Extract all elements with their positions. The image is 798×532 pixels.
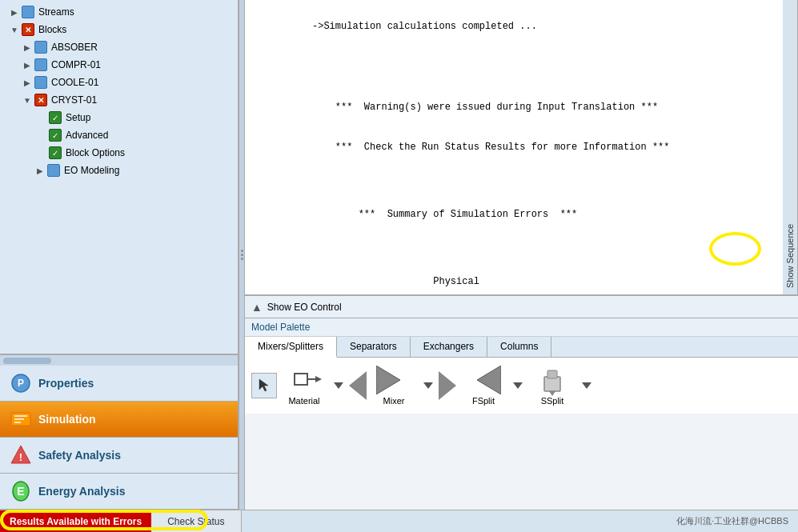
advanced-check: ✓ xyxy=(49,129,62,142)
streams-label: Streams xyxy=(38,6,74,18)
status-error-button[interactable]: Results Available with Errors xyxy=(0,510,151,532)
fsplit-label: FSplit xyxy=(472,396,495,406)
palette-item-ssplit[interactable]: SSplit xyxy=(528,362,576,409)
coole01-label: COOLE-01 xyxy=(51,77,98,88)
tree-item-compr01[interactable]: ▶ COMPR-01 xyxy=(3,56,235,74)
palette-select-tool[interactable] xyxy=(251,373,277,398)
content-area: ▶ Streams ▼ ✕ Blocks xyxy=(0,0,798,510)
right-panel: ->Simulation calculations completed ... … xyxy=(245,0,798,510)
tree-arrow-cryst01[interactable]: ▼ xyxy=(22,95,32,105)
svg-marker-15 xyxy=(376,366,400,394)
palette-tab-exchangers-label: Exchangers xyxy=(423,341,474,352)
tree-item-coole01[interactable]: ▶ COOLE-01 xyxy=(3,74,235,91)
fsplit-group xyxy=(439,371,456,400)
compr01-label: COMPR-01 xyxy=(51,59,101,70)
material-dropdown[interactable] xyxy=(331,371,346,400)
mixer-icon xyxy=(376,366,411,394)
mixer-dropdown[interactable] xyxy=(421,371,435,400)
eo-modeling-icon xyxy=(46,163,61,178)
eo-bar-label: Show EO Control xyxy=(267,302,342,313)
tree-item-blocks[interactable]: ▼ ✕ Blocks xyxy=(3,21,235,38)
material-label: Material xyxy=(288,396,319,406)
coole01-icon xyxy=(34,75,48,90)
tree-item-setup[interactable]: ✓ Setup xyxy=(3,109,235,126)
mixer-group xyxy=(349,371,367,400)
console-text[interactable]: ->Simulation calculations completed ... … xyxy=(245,0,783,294)
svg-rect-19 xyxy=(544,377,560,391)
svg-marker-10 xyxy=(259,379,268,391)
svg-marker-22 xyxy=(582,382,591,389)
fsplit-block-icon xyxy=(466,366,501,394)
safety-nav-icon: ! xyxy=(10,444,32,466)
fsplit-dropdown[interactable] xyxy=(511,371,525,400)
eo-control-bar[interactable]: ▲ Show EO Control xyxy=(245,296,798,318)
absober-label: ABSOBER xyxy=(51,42,98,53)
splitter-dots xyxy=(241,250,243,260)
nav-button-safety[interactable]: ! Safety Analysis xyxy=(0,438,238,474)
palette-content: Material xyxy=(245,358,798,414)
palette-tab-mixers-label: Mixers/Splitters xyxy=(258,341,323,352)
mixer-left-triangle xyxy=(349,371,367,400)
palette-item-fsplit[interactable]: FSplit xyxy=(459,362,507,409)
tree-item-advanced[interactable]: ✓ Advanced xyxy=(3,126,235,144)
palette-tabs: Mixers/Splitters Separators Exchangers C… xyxy=(245,337,798,358)
console-line8: Physical xyxy=(312,276,479,287)
left-panel: ▶ Streams ▼ ✕ Blocks xyxy=(0,0,239,510)
tree-scrollbar-x[interactable] xyxy=(0,354,238,366)
nav-button-properties[interactable]: P Properties xyxy=(0,366,238,402)
fsplit-chevron-icon xyxy=(513,382,523,389)
console-line4: *** Check the Run Status Results for mor… xyxy=(312,142,669,153)
status-check-button[interactable]: Check Status xyxy=(151,510,241,532)
svg-marker-16 xyxy=(423,382,433,389)
cryst01-icon: ✕ xyxy=(34,93,48,107)
tree-arrow-blocks[interactable]: ▼ xyxy=(10,25,19,34)
fsplit-triangle xyxy=(439,371,456,400)
mixer-label: Mixer xyxy=(383,396,405,406)
main-container: ▶ Streams ▼ ✕ Blocks xyxy=(0,0,798,532)
palette-tab-exchangers[interactable]: Exchangers xyxy=(411,337,487,357)
palette-tab-mixers[interactable]: Mixers/Splitters xyxy=(245,337,337,358)
tree-item-absober[interactable]: ▶ ABSOBER xyxy=(3,38,235,56)
console-area: ->Simulation calculations completed ... … xyxy=(245,0,798,296)
nav-button-simulation[interactable]: Simulation xyxy=(0,402,238,438)
svg-marker-17 xyxy=(477,366,501,394)
tree-arrow-compr01[interactable]: ▶ xyxy=(22,60,32,70)
setup-icon: ✓ xyxy=(48,110,62,125)
palette-tab-separators-label: Separators xyxy=(350,341,397,352)
cursor-icon xyxy=(257,378,271,393)
show-sequence-label: Show Sequence xyxy=(785,224,795,288)
nav-buttons: P Properties Simulation xyxy=(0,366,238,510)
setup-check: ✓ xyxy=(49,111,62,124)
eo-bar-arrow: ▲ xyxy=(251,301,263,314)
material-icon xyxy=(287,366,322,394)
svg-text:P: P xyxy=(18,378,24,389)
advanced-icon: ✓ xyxy=(48,128,62,142)
tree-item-streams[interactable]: ▶ Streams xyxy=(3,3,235,21)
svg-marker-14 xyxy=(334,382,343,389)
ssplit-icon xyxy=(535,366,570,394)
tree-arrow-eo-modeling[interactable]: ▶ xyxy=(35,166,45,175)
palette-tab-columns[interactable]: Columns xyxy=(487,337,551,357)
svg-marker-13 xyxy=(315,376,322,382)
ssplit-label: SSplit xyxy=(541,396,564,406)
ssplit-dropdown[interactable] xyxy=(579,371,594,400)
nav-button-energy[interactable]: E Energy Analysis xyxy=(0,474,238,510)
chevron-down-icon xyxy=(334,382,343,389)
palette-item-mixer[interactable]: Mixer xyxy=(370,362,418,409)
setup-label: Setup xyxy=(66,112,90,123)
tree-arrow-coole01[interactable]: ▶ xyxy=(22,78,32,87)
tree-arrow-streams[interactable]: ▶ xyxy=(10,7,19,17)
tree-area[interactable]: ▶ Streams ▼ ✕ Blocks xyxy=(0,0,238,354)
tree-item-cryst01[interactable]: ▼ ✕ CRYST-01 xyxy=(3,91,235,109)
console-line3: *** Warning(s) were issued during Input … xyxy=(312,102,658,113)
palette-tab-columns-label: Columns xyxy=(500,341,538,352)
palette-tab-separators[interactable]: Separators xyxy=(337,337,411,357)
svg-text:E: E xyxy=(17,485,24,498)
show-sequence-button[interactable]: Show Sequence xyxy=(783,0,798,294)
safety-label: Safety Analysis xyxy=(38,449,121,462)
vertical-splitter[interactable] xyxy=(239,0,245,510)
palette-item-material[interactable]: Material xyxy=(280,362,328,409)
tree-item-eo-modeling[interactable]: ▶ EO Modeling xyxy=(3,162,235,179)
tree-arrow-absober[interactable]: ▶ xyxy=(22,42,32,52)
tree-item-block-options[interactable]: ✓ Block Options xyxy=(3,144,235,162)
